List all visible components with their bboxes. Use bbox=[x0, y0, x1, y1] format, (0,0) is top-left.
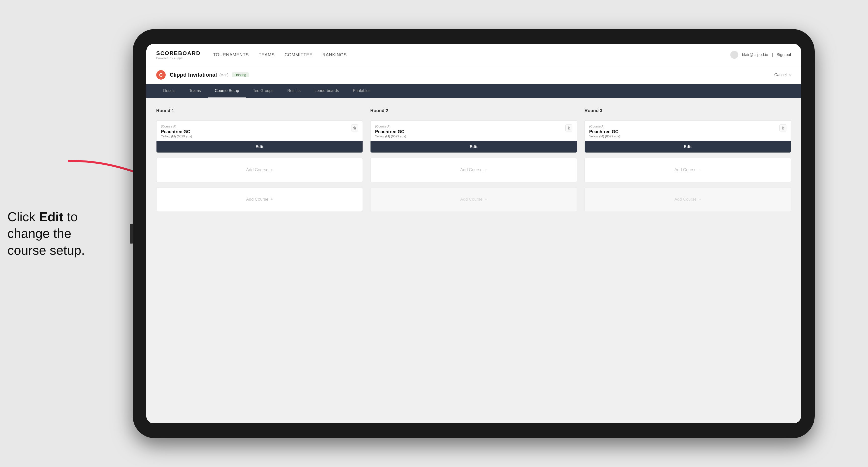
logo-title: SCOREBOARD bbox=[156, 50, 200, 57]
round-3-add-course-2: Add Course + bbox=[585, 187, 791, 212]
round-3-column: Round 3 (Course A) Peachtree GC Yellow (… bbox=[585, 108, 791, 212]
round-2-course-header: (Course A) Peachtree GC Yellow (M) (6629… bbox=[371, 121, 577, 141]
add-course-label-r3-2: Add Course bbox=[674, 197, 696, 202]
round-2-course-name: Peachtree GC bbox=[375, 129, 406, 134]
user-email: blair@clippd.io bbox=[742, 53, 768, 57]
rounds-grid: Round 1 (Course A) Peachtree GC Yellow (… bbox=[156, 108, 791, 212]
round-3-title: Round 3 bbox=[585, 108, 791, 113]
user-avatar bbox=[731, 51, 738, 59]
tab-teams[interactable]: Teams bbox=[182, 84, 208, 98]
round-3-course-label: (Course A) bbox=[589, 125, 620, 128]
round-2-title: Round 2 bbox=[370, 108, 577, 113]
tournament-name: Clippd Invitational bbox=[169, 72, 217, 78]
instruction-prefix: Click bbox=[7, 209, 39, 224]
round-3-edit-button[interactable]: Edit bbox=[585, 141, 791, 153]
round-2-edit-button[interactable]: Edit bbox=[371, 141, 577, 153]
plus-icon-r2-2: + bbox=[485, 197, 487, 202]
round-1-course-header: (Course A) Peachtree GC Yellow (M) (6629… bbox=[156, 121, 363, 141]
round-3-course-header: (Course A) Peachtree GC Yellow (M) (6629… bbox=[585, 121, 791, 141]
app-header: SCOREBOARD Powered by clippd TOURNAMENTS… bbox=[146, 44, 801, 66]
plus-icon-2: + bbox=[270, 197, 273, 202]
round-1-course-card: (Course A) Peachtree GC Yellow (M) (6629… bbox=[156, 120, 363, 153]
tablet-shell: SCOREBOARD Powered by clippd TOURNAMENTS… bbox=[133, 29, 815, 438]
cancel-label: Cancel bbox=[774, 73, 787, 77]
separator: | bbox=[772, 53, 773, 57]
tablet-screen: SCOREBOARD Powered by clippd TOURNAMENTS… bbox=[146, 44, 801, 423]
round-2-column: Round 2 (Course A) Peachtree GC Yellow (… bbox=[370, 108, 577, 212]
round-1-delete-button[interactable]: 🗑 bbox=[351, 125, 358, 131]
hosting-badge: Hosting bbox=[232, 72, 248, 77]
logo-subtitle: Powered by clippd bbox=[156, 57, 200, 60]
main-content: Round 1 (Course A) Peachtree GC Yellow (… bbox=[146, 98, 801, 423]
round-1-course-info: (Course A) Peachtree GC Yellow (M) (6629… bbox=[161, 125, 192, 138]
round-1-add-course-1[interactable]: Add Course + bbox=[156, 158, 363, 182]
tablet-side-button bbox=[130, 224, 133, 244]
round-1-course-name: Peachtree GC bbox=[161, 129, 192, 134]
round-2-course-details: Yellow (M) (6629 yds) bbox=[375, 134, 406, 138]
nav-committee[interactable]: COMMITTEE bbox=[285, 51, 313, 59]
tournament-gender: (Men) bbox=[219, 73, 229, 77]
round-2-course-info: (Course A) Peachtree GC Yellow (M) (6629… bbox=[375, 125, 406, 138]
main-nav: TOURNAMENTS TEAMS COMMITTEE RANKINGS bbox=[213, 51, 731, 59]
round-1-course-label: (Course A) bbox=[161, 125, 192, 128]
tab-results[interactable]: Results bbox=[280, 84, 308, 98]
round-1-title: Round 1 bbox=[156, 108, 363, 113]
round-2-course-label: (Course A) bbox=[375, 125, 406, 128]
sign-out-link[interactable]: Sign out bbox=[776, 53, 791, 57]
nav-tournaments[interactable]: TOURNAMENTS bbox=[213, 51, 249, 59]
tab-details[interactable]: Details bbox=[156, 84, 182, 98]
round-2-add-course-1[interactable]: Add Course + bbox=[370, 158, 577, 182]
add-course-label-r2-2: Add Course bbox=[460, 197, 483, 202]
add-course-label: Add Course bbox=[246, 167, 269, 173]
tab-leaderboards[interactable]: Leaderboards bbox=[308, 84, 346, 98]
round-3-course-info: (Course A) Peachtree GC Yellow (M) (6629… bbox=[589, 125, 620, 138]
add-course-label-r2: Add Course bbox=[460, 167, 483, 173]
round-1-course-details: Yellow (M) (6629 yds) bbox=[161, 134, 192, 138]
tabs-bar: Details Teams Course Setup Tee Groups Re… bbox=[146, 84, 801, 98]
round-3-course-card: (Course A) Peachtree GC Yellow (M) (6629… bbox=[585, 120, 791, 153]
tab-course-setup[interactable]: Course Setup bbox=[208, 84, 246, 98]
tournament-icon: C bbox=[156, 70, 166, 80]
plus-icon-r2: + bbox=[485, 167, 487, 173]
round-2-add-course-2: Add Course + bbox=[370, 187, 577, 212]
tab-printables[interactable]: Printables bbox=[346, 84, 377, 98]
nav-rankings[interactable]: RANKINGS bbox=[322, 51, 347, 59]
round-1-column: Round 1 (Course A) Peachtree GC Yellow (… bbox=[156, 108, 363, 212]
nav-teams[interactable]: TEAMS bbox=[259, 51, 275, 59]
instruction-bold: Edit bbox=[39, 209, 63, 224]
round-1-add-course-2[interactable]: Add Course + bbox=[156, 187, 363, 212]
plus-icon: + bbox=[270, 167, 273, 173]
tab-tee-groups[interactable]: Tee Groups bbox=[246, 84, 280, 98]
scoreboard-logo: SCOREBOARD Powered by clippd bbox=[156, 50, 200, 60]
round-3-add-course-1[interactable]: Add Course + bbox=[585, 158, 791, 182]
sub-header: C Clippd Invitational (Men) Hosting Canc… bbox=[146, 66, 801, 84]
cancel-button[interactable]: Cancel ✕ bbox=[774, 73, 791, 77]
header-right: blair@clippd.io | Sign out bbox=[731, 51, 791, 59]
cancel-icon: ✕ bbox=[788, 73, 791, 77]
add-course-label-2: Add Course bbox=[246, 197, 269, 202]
add-course-label-r3: Add Course bbox=[674, 167, 696, 173]
plus-icon-r3-2: + bbox=[699, 197, 701, 202]
round-3-course-name: Peachtree GC bbox=[589, 129, 620, 134]
round-2-course-card: (Course A) Peachtree GC Yellow (M) (6629… bbox=[370, 120, 577, 153]
round-3-course-details: Yellow (M) (6629 yds) bbox=[589, 134, 620, 138]
plus-icon-r3: + bbox=[699, 167, 701, 173]
round-2-delete-button[interactable]: 🗑 bbox=[565, 125, 572, 131]
round-3-delete-button[interactable]: 🗑 bbox=[779, 125, 786, 131]
round-1-edit-button[interactable]: Edit bbox=[156, 141, 363, 153]
